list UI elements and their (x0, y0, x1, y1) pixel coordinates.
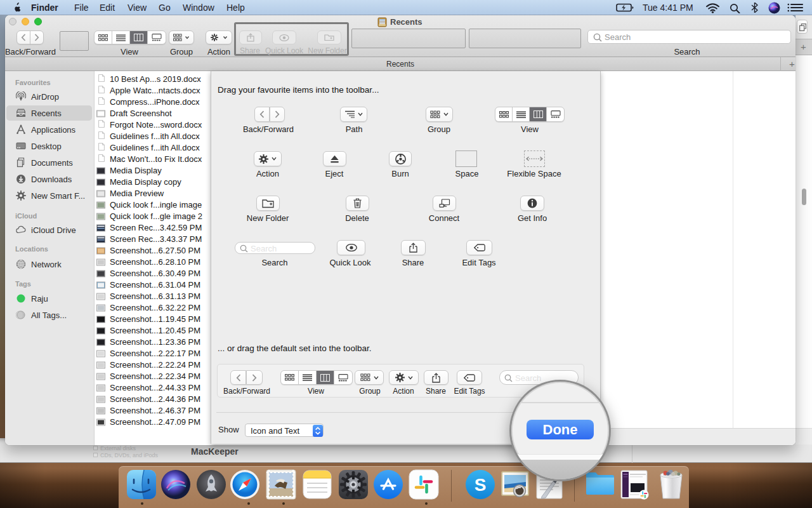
svg-text:S: S (475, 475, 487, 495)
